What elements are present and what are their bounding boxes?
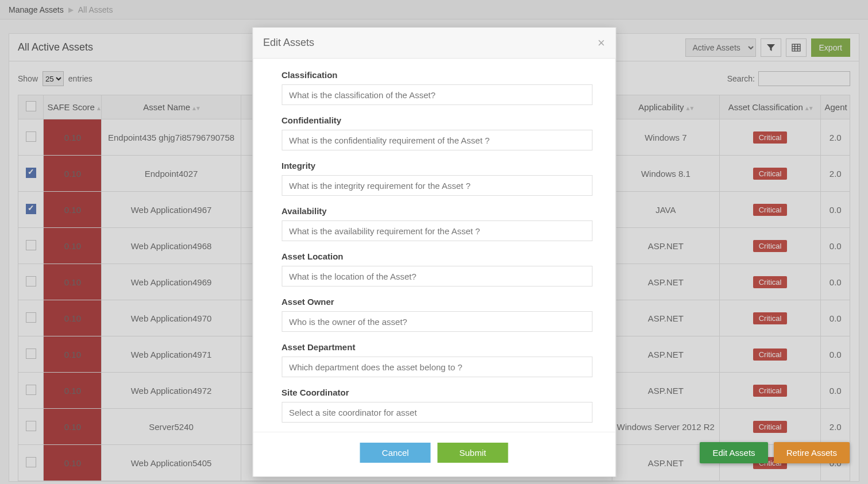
submit-button[interactable]: Submit <box>437 443 508 463</box>
confidentiality-label: Confidentiality <box>281 115 592 125</box>
cancel-button[interactable]: Cancel <box>360 443 431 463</box>
availability-input[interactable] <box>281 220 592 241</box>
confidentiality-input[interactable] <box>281 130 592 150</box>
classification-input[interactable] <box>281 84 592 105</box>
site-coordinator-label: Site Coordinator <box>281 388 592 397</box>
integrity-label: Integrity <box>281 161 592 171</box>
edit-assets-modal: Edit Assets × ClassificationConfidential… <box>252 27 616 477</box>
form-group: Site Coordinator <box>281 388 592 423</box>
asset-owner-input[interactable] <box>281 311 592 332</box>
form-group: Availability <box>281 206 592 241</box>
site-coordinator-input[interactable] <box>281 402 592 423</box>
form-group: Asset Owner <box>281 297 592 332</box>
close-icon[interactable]: × <box>597 36 605 51</box>
asset-department-label: Asset Department <box>281 342 592 352</box>
form-group: Asset Department <box>281 342 592 377</box>
form-group: Classification <box>281 70 592 105</box>
form-group: Confidentiality <box>281 115 592 150</box>
form-group: Asset Location <box>281 251 592 286</box>
edit-assets-button[interactable]: Edit Assets <box>700 442 767 463</box>
form-group: Integrity <box>281 161 592 196</box>
asset-owner-label: Asset Owner <box>281 297 592 307</box>
availability-label: Availability <box>281 206 592 216</box>
classification-label: Classification <box>281 70 592 80</box>
asset-location-label: Asset Location <box>281 251 592 261</box>
integrity-input[interactable] <box>281 175 592 196</box>
asset-location-input[interactable] <box>281 266 592 286</box>
asset-department-input[interactable] <box>281 357 592 377</box>
retire-assets-button[interactable]: Retire Assets <box>774 442 850 463</box>
modal-title: Edit Assets <box>263 37 314 49</box>
